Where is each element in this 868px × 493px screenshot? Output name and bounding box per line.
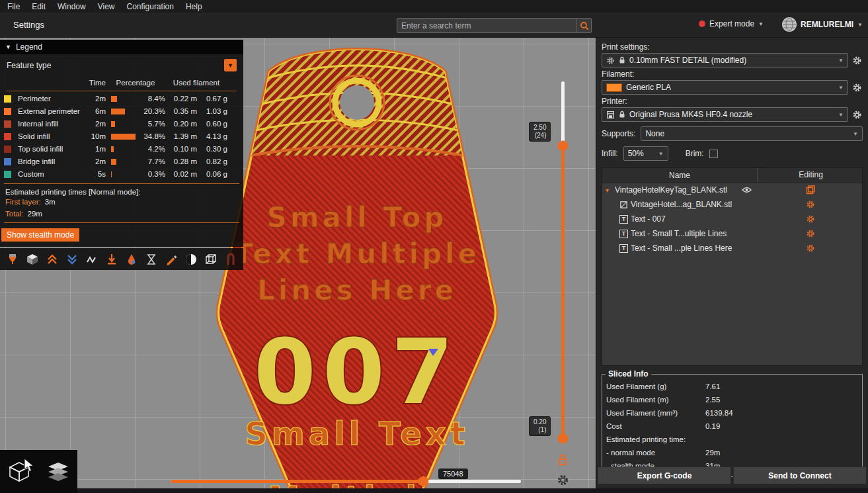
travel-moves-icon[interactable]	[223, 252, 238, 267]
estimated-times-header: Estimated printing times [Normal mode]:	[5, 188, 238, 196]
send-to-connect-button[interactable]: Send to Connect	[733, 467, 867, 484]
filament-value: Generic PLA	[626, 83, 671, 92]
feature-time: 2m	[86, 156, 106, 168]
object-row-text[interactable]: T Text - Small T...ultiple Lines	[602, 226, 862, 241]
feature-row-bridge-infill[interactable]: Bridge infill 2m 7.7% 0.28 m 0.82 g	[3, 156, 241, 168]
sliced-info-label: - normal mode	[606, 446, 705, 459]
object-row-part[interactable]: VintageHotel...ag_BLANK.stl	[602, 197, 862, 212]
sliced-info-panel: Sliced Info Used Filament (g)7.61 Used F…	[602, 374, 863, 477]
visibility-eye-icon[interactable]	[742, 187, 752, 193]
user-account[interactable]: REMLURELMI ▼	[782, 17, 863, 32]
infill-combo[interactable]: 50% ▼	[623, 146, 668, 161]
text-modifier-icon: T	[619, 244, 628, 253]
sliced-info-value: 29m	[705, 446, 858, 459]
collapse-triangle-icon: ▼	[5, 44, 11, 50]
feature-type-dropdown-button[interactable]: ▼	[224, 59, 237, 71]
sliced-info-label: Cost	[606, 420, 705, 433]
printer-edit-gear[interactable]	[851, 109, 863, 120]
seams-icon[interactable]	[85, 252, 99, 267]
feature-time: 2m	[86, 93, 106, 105]
feature-color-swatch	[4, 108, 11, 115]
seam-sphere-icon[interactable]	[184, 252, 198, 267]
print-settings-edit-gear[interactable]	[851, 55, 863, 66]
feature-weight: 0.67 g	[197, 93, 227, 105]
layer-upper-tooltip: 2.50 (24)	[529, 122, 551, 142]
object-row-text[interactable]: T Text - 007	[602, 212, 862, 226]
feature-color-swatch	[4, 158, 11, 165]
filament-edit-gear[interactable]	[851, 82, 863, 93]
feature-row-perimeter[interactable]: Perimeter 2m 8.4% 0.22 m 0.67 g	[3, 93, 241, 105]
feature-row-external-perimeter[interactable]: External perimeter 6m 20.3% 0.35 m 1.03 …	[3, 105, 241, 118]
layer-lower-tooltip: 0.20 (1)	[529, 416, 551, 436]
brim-label: Brim:	[686, 149, 704, 158]
part-settings-gear-icon[interactable]	[757, 214, 863, 224]
feature-bar	[106, 118, 138, 130]
deretractions-icon[interactable]	[45, 252, 59, 267]
mouse-cursor-icon	[24, 458, 34, 472]
model-text-number: 007	[254, 320, 460, 424]
menu-help[interactable]: Help	[180, 1, 208, 13]
export-gcode-button[interactable]: Export G-code	[598, 467, 731, 484]
print-settings-label: Print settings:	[602, 42, 863, 52]
menu-window[interactable]: Window	[52, 1, 92, 13]
search-input[interactable]	[397, 21, 576, 30]
menu-view[interactable]: View	[92, 1, 121, 13]
feature-weight: 1.03 g	[197, 105, 227, 118]
moves-slider-fill	[171, 480, 423, 483]
menu-edit[interactable]: Edit	[26, 1, 52, 13]
custom-gcode-icon[interactable]	[164, 252, 178, 267]
shells-icon[interactable]	[25, 252, 40, 267]
retractions-icon[interactable]	[65, 252, 79, 267]
chevron-down-icon: ▼	[758, 21, 764, 27]
lock-icon	[619, 56, 625, 64]
wireframe-cube-icon[interactable]	[204, 252, 218, 267]
tab-settings[interactable]: Settings	[13, 20, 44, 30]
part-settings-gear-icon[interactable]	[757, 200, 863, 209]
object-label: VintageHotel...ag_BLANK.stl	[631, 200, 732, 209]
color-change-icon[interactable]	[104, 252, 119, 267]
moves-slider-value: 75048	[438, 469, 468, 479]
infill-label: Infill:	[602, 149, 618, 158]
preview-view-button[interactable]	[42, 455, 75, 489]
feature-label: Perimeter	[13, 93, 86, 105]
printer-combo[interactable]: Original Prusa MK4S HF0.4 nozzle ▼	[602, 107, 848, 122]
layer-lower-height: 0.20	[533, 418, 546, 426]
print-head-icon[interactable]	[5, 252, 20, 267]
feature-length: 0.10 m	[165, 143, 197, 156]
feature-bar	[106, 93, 138, 105]
object-settings-icon[interactable]	[757, 185, 863, 195]
search-icon[interactable]	[576, 19, 591, 32]
menu-configuration[interactable]: Configuration	[121, 1, 180, 13]
object-row-root[interactable]: ▾ VintageHotelKeyTag_BLANK.stl	[602, 183, 862, 197]
chevron-down-icon: ▼	[857, 22, 863, 28]
filament-drop-icon[interactable]	[124, 252, 139, 267]
feature-type-label: Feature type	[7, 61, 51, 70]
expert-mode-selector[interactable]: Expert mode ▼	[699, 19, 764, 28]
slider-settings-gear-icon[interactable]	[557, 474, 569, 488]
preset-gear-icon	[606, 56, 615, 65]
filament-combo[interactable]: Generic PLA ▼	[602, 80, 848, 95]
slider-lock-icon[interactable]	[557, 454, 568, 468]
col-used-filament: Used filament	[165, 77, 227, 89]
total-label: Total:	[5, 208, 24, 220]
brim-checkbox[interactable]	[709, 150, 718, 158]
print-settings-combo[interactable]: 0.10mm FAST DETAIL (modified) ▼	[602, 53, 848, 67]
part-settings-gear-icon[interactable]	[757, 244, 863, 253]
show-stealth-mode-button[interactable]: Show stealth mode	[1, 228, 79, 242]
feature-time: 5s	[86, 168, 106, 181]
feature-length: 0.02 m	[165, 168, 197, 181]
part-settings-gear-icon[interactable]	[757, 229, 863, 238]
pause-print-icon[interactable]	[144, 252, 159, 267]
supports-combo[interactable]: None ▼	[641, 126, 863, 141]
feature-pct: 7.7%	[138, 156, 165, 168]
object-row-text[interactable]: T Text - Small ...ple Lines Here	[602, 241, 862, 255]
legend-collapse-header[interactable]: ▼ Legend	[0, 40, 243, 54]
feature-time: 1m	[86, 143, 106, 156]
feature-row-internal-infill[interactable]: Internal infill 2m 5.7% 0.20 m 0.60 g	[3, 118, 241, 130]
feature-row-custom[interactable]: Custom 5s 0.3% 0.02 m 0.06 g	[3, 168, 241, 181]
feature-row-solid-infill[interactable]: Solid infill 10m 34.8% 1.39 m 4.13 g	[3, 130, 241, 143]
mesh-part-icon	[619, 201, 628, 209]
tree-collapse-icon[interactable]: ▾	[606, 187, 612, 194]
menu-file[interactable]: File	[1, 1, 26, 13]
feature-row-top-solid-infill[interactable]: Top solid infill 1m 4.2% 0.10 m 0.30 g	[3, 143, 241, 156]
